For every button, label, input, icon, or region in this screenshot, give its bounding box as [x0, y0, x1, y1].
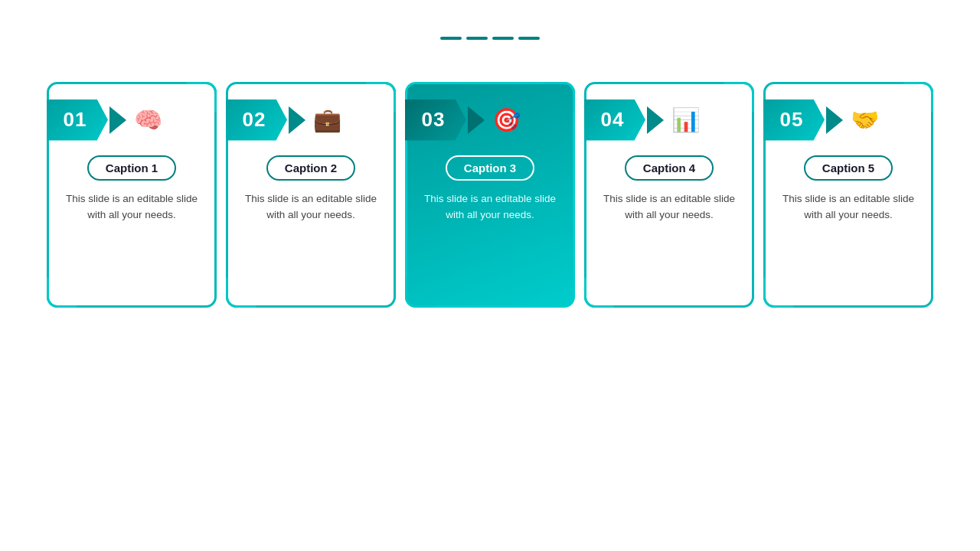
card-number-1: 01: [64, 108, 92, 132]
card-caption-2[interactable]: Caption 2: [266, 155, 355, 181]
card-arrow-2: [289, 106, 305, 134]
card-number-5: 05: [780, 108, 808, 132]
card-number-4: 04: [601, 108, 629, 132]
card-body-2: This slide is an editable slide with all…: [228, 191, 394, 223]
brain-icon: 🧠: [134, 106, 162, 133]
card-body-3: This slide is an editable slide with all…: [407, 191, 573, 223]
card-3[interactable]: 03 🎯 Caption 3 This slide is an editable…: [405, 82, 575, 308]
card-number-arrow-1: 01: [47, 99, 108, 141]
card-header-2: 02 💼: [228, 84, 394, 149]
card-1[interactable]: 01 🧠 Caption 1 This slide is an editable…: [47, 82, 217, 308]
briefcase-icon: 💼: [313, 106, 341, 133]
title-divider: [440, 37, 540, 40]
card-number-3: 03: [422, 108, 450, 132]
card-arrow-4: [647, 106, 664, 134]
divider-dash-3: [492, 37, 514, 40]
card-number-arrow-5: 05: [763, 99, 825, 141]
card-body-4: This slide is an editable slide with all…: [586, 191, 752, 223]
card-2[interactable]: 02 💼 Caption 2 This slide is an editable…: [226, 82, 396, 308]
card-arrow-1: [109, 106, 126, 134]
card-arrow-3: [468, 106, 485, 134]
divider-dash-4: [518, 37, 540, 40]
card-caption-4[interactable]: Caption 4: [625, 155, 714, 181]
card-body-5: This slide is an editable slide with all…: [766, 191, 931, 223]
card-5[interactable]: 05 🤝 Caption 5 This slide is an editable…: [763, 82, 933, 308]
handshake-icon: 🤝: [851, 106, 879, 133]
divider-dash-1: [440, 37, 462, 40]
card-header-1: 01 🧠: [49, 84, 214, 149]
divider-dash-2: [466, 37, 488, 40]
card-caption-3[interactable]: Caption 3: [446, 155, 534, 181]
card-header-3: 03 🎯: [407, 84, 573, 149]
card-header-5: 05 🤝: [766, 84, 931, 149]
card-number-arrow-4: 04: [584, 99, 645, 141]
card-header-4: 04 📊: [586, 84, 752, 149]
card-number-2: 02: [243, 108, 271, 132]
chart-icon: 📊: [671, 106, 700, 133]
card-body-1: This slide is an editable slide with all…: [49, 191, 214, 223]
card-arrow-5: [826, 106, 843, 134]
card-number-arrow-3: 03: [405, 99, 466, 141]
target-icon: 🎯: [492, 106, 521, 133]
card-4[interactable]: 04 📊 Caption 4 This slide is an editable…: [584, 82, 754, 308]
card-caption-5[interactable]: Caption 5: [804, 155, 893, 181]
card-caption-1[interactable]: Caption 1: [87, 155, 176, 181]
cards-container: 01 🧠 Caption 1 This slide is an editable…: [25, 82, 955, 308]
card-number-arrow-2: 02: [226, 99, 287, 141]
